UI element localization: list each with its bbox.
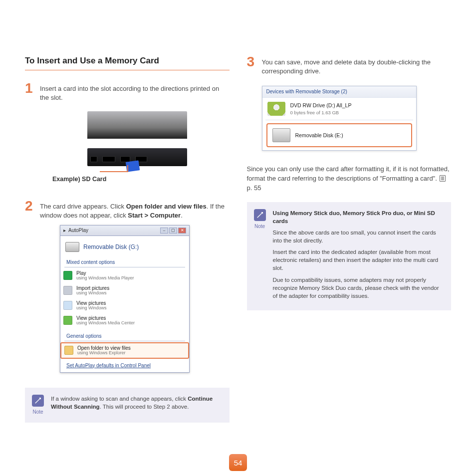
laptop-sdcard-figure [72, 111, 187, 166]
autoplay-item[interactable]: Playusing Windows Media Player [60, 268, 189, 283]
devices-header: Devices with Removable Storage (2) [262, 86, 416, 98]
section-heading: To Insert and Use a Memory Card [25, 55, 230, 70]
step-number-1: 1 [25, 81, 36, 102]
autoplay-item[interactable]: Import picturesusing Windows [60, 283, 189, 298]
step-1-text: Insert a card into the slot according to… [40, 81, 230, 102]
autoplay-item[interactable]: View picturesusing Windows Media Center [60, 313, 189, 328]
autoplay-window: ▸ AutoPlay – ▢ ✕ Removable Disk (G:) Mix… [60, 225, 190, 372]
note-left-body: If a window asking to scan and change ap… [51, 395, 222, 416]
note-box-left: Note If a window asking to scan and chan… [25, 388, 230, 423]
devices-panel: Devices with Removable Storage (2) DVD R… [262, 86, 417, 151]
autoplay-mixed-label: Mixed content options [66, 259, 115, 265]
autoplay-title: AutoPlay [68, 227, 88, 234]
step-1: 1 Insert a card into the slot according … [25, 81, 230, 102]
format-paragraph: Since you can only use the card after fo… [247, 165, 452, 193]
device-dvd-row[interactable]: DVD RW Drive (D:) All_LP 0 bytes free of… [262, 98, 416, 120]
step-3-text: You can save, move and delete data by do… [262, 55, 452, 76]
step-number-2: 2 [25, 199, 36, 220]
autoplay-defaults-link[interactable]: Set AutoPlay defaults in Control Panel [60, 359, 189, 372]
note-box-right: Note Using Memory Stick duo, Memory Stic… [247, 202, 452, 310]
maximize-button[interactable]: ▢ [169, 228, 177, 234]
autoplay-general-label: General options [66, 333, 102, 339]
autoplay-disk-label: Removable Disk (G:) [83, 243, 139, 251]
note-label: Note [32, 409, 44, 416]
dvd-icon [267, 102, 285, 116]
autoplay-open-folder[interactable]: Open folder to view files using Windows … [60, 342, 189, 359]
autoplay-item[interactable]: View picturesusing Windows [60, 298, 189, 313]
step-2: 2 The card drive appears. Click Open fol… [25, 199, 230, 220]
note-icon [254, 209, 266, 221]
autoplay-titlebar: ▸ AutoPlay – ▢ ✕ [60, 226, 189, 236]
step-2-text: The card drive appears. Click Open folde… [40, 199, 230, 220]
close-button[interactable]: ✕ [178, 228, 186, 234]
example-label: Example) SD Card [52, 175, 230, 184]
minimize-button[interactable]: – [160, 228, 168, 234]
note-label: Note [254, 223, 266, 230]
disk-icon [272, 128, 290, 142]
device-removable-row[interactable]: Removable Disk (E:) [266, 123, 412, 147]
page-ref-icon [440, 175, 446, 182]
step-number-3: 3 [247, 55, 258, 76]
note-right-body: Using Memory Stick duo, Memory Stick Pro… [273, 209, 444, 303]
drive-icon [65, 242, 79, 252]
step-3: 3 You can save, move and delete data by … [247, 55, 452, 76]
page-number: 54 [229, 454, 247, 471]
note-icon [32, 395, 44, 407]
